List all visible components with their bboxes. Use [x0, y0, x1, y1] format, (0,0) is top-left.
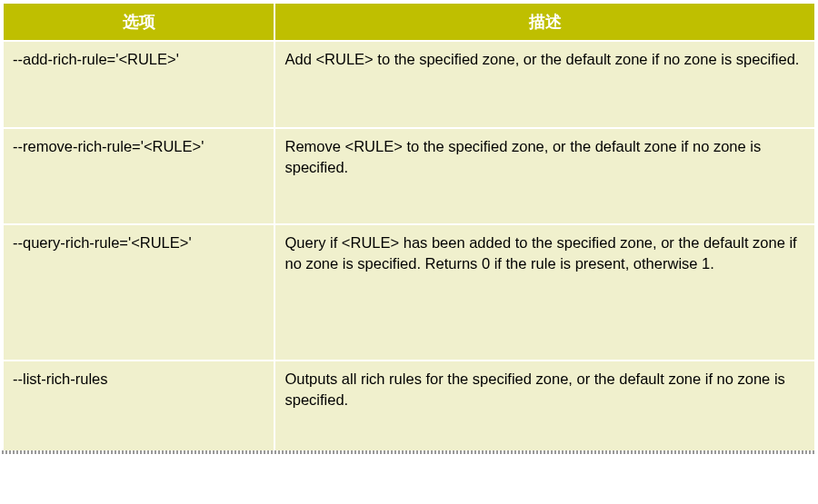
description-cell: Add <RULE> to the specified zone, or the… [274, 41, 815, 128]
option-cell: --add-rich-rule='<RULE>' [3, 41, 274, 128]
table-row: --remove-rich-rule='<RULE>' Remove <RULE… [3, 128, 815, 224]
description-cell: Outputs all rich rules for the specified… [274, 361, 815, 451]
description-cell: Remove <RULE> to the specified zone, or … [274, 128, 815, 224]
bottom-border-dashes [2, 450, 816, 454]
table-row: --list-rich-rules Outputs all rich rules… [3, 361, 815, 451]
table-row: --query-rich-rule='<RULE>' Query if <RUL… [3, 224, 815, 361]
rich-rule-options-table: 选项 描述 --add-rich-rule='<RULE>' Add <RULE… [2, 2, 816, 452]
option-cell: --remove-rich-rule='<RULE>' [3, 128, 274, 224]
option-cell: --query-rich-rule='<RULE>' [3, 224, 274, 361]
table-header-row: 选项 描述 [3, 3, 815, 41]
header-option: 选项 [3, 3, 274, 41]
table-row: --add-rich-rule='<RULE>' Add <RULE> to t… [3, 41, 815, 128]
header-description: 描述 [274, 3, 815, 41]
description-cell: Query if <RULE> has been added to the sp… [274, 224, 815, 361]
option-cell: --list-rich-rules [3, 361, 274, 451]
